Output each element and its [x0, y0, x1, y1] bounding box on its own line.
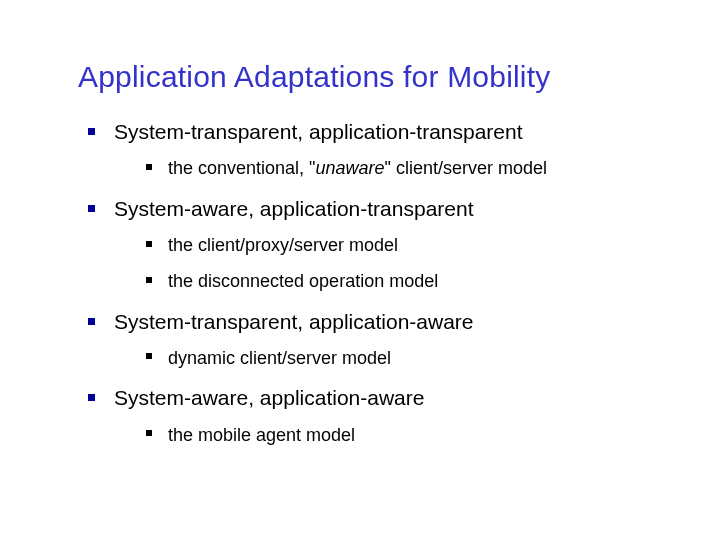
list-item-label: System-aware, application-transparent — [114, 197, 474, 220]
list-item: System-transparent, application-transpar… — [84, 118, 720, 181]
list-item: System-aware, application-transparent th… — [84, 195, 720, 294]
sub-list-item: the mobile agent model — [144, 423, 720, 447]
list-item: System-transparent, application-aware dy… — [84, 308, 720, 371]
sub-list: dynamic client/server model — [114, 346, 720, 370]
sub-text-em: unaware — [316, 158, 385, 178]
sub-text: the disconnected operation model — [168, 271, 438, 291]
sub-list: the mobile agent model — [114, 423, 720, 447]
sub-list: the client/proxy/server model the discon… — [114, 233, 720, 294]
sub-text-prefix: the conventional, " — [168, 158, 316, 178]
slide: Application Adaptations for Mobility Sys… — [0, 0, 720, 540]
sub-text: the mobile agent model — [168, 425, 355, 445]
sub-text: dynamic client/server model — [168, 348, 391, 368]
sub-list: the conventional, "unaware" client/serve… — [114, 156, 720, 180]
sub-list-item: dynamic client/server model — [144, 346, 720, 370]
sub-list-item: the conventional, "unaware" client/serve… — [144, 156, 720, 180]
sub-text: the client/proxy/server model — [168, 235, 398, 255]
list-item: System-aware, application-aware the mobi… — [84, 384, 720, 447]
list-item-label: System-transparent, application-transpar… — [114, 120, 523, 143]
bullet-list: System-transparent, application-transpar… — [0, 118, 720, 447]
sub-list-item: the disconnected operation model — [144, 269, 720, 293]
list-item-label: System-transparent, application-aware — [114, 310, 474, 333]
sub-text-suffix: " client/server model — [385, 158, 547, 178]
slide-title: Application Adaptations for Mobility — [0, 0, 720, 94]
sub-list-item: the client/proxy/server model — [144, 233, 720, 257]
list-item-label: System-aware, application-aware — [114, 386, 424, 409]
